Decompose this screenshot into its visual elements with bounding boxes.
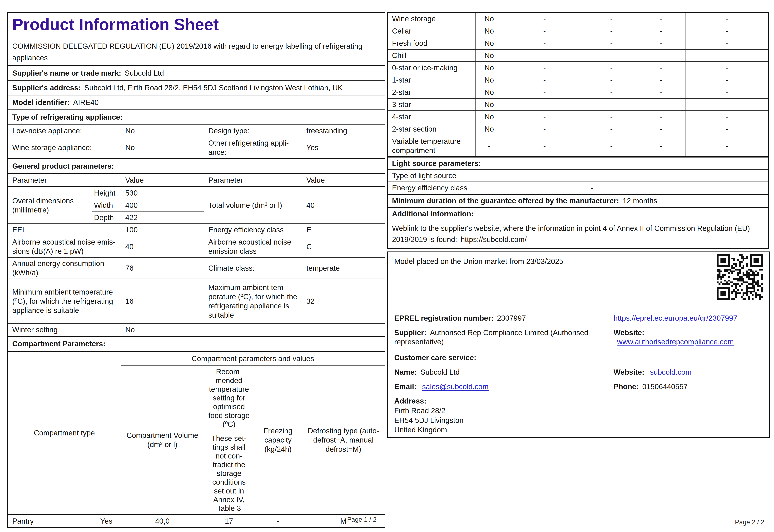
supplier-name-row: Supplier's name or trade mark:Subcold Lt… bbox=[8, 65, 385, 80]
design-type-value: freestanding bbox=[302, 125, 385, 137]
col-header-value-1: Value bbox=[121, 174, 204, 187]
energy-class-value: E bbox=[302, 224, 385, 236]
compartment-row-cell: - bbox=[685, 111, 769, 123]
col-header-parameter-2: Parameter bbox=[204, 174, 302, 187]
table-row: Cellar No - - - - bbox=[387, 25, 769, 37]
website2-label: Website: bbox=[614, 368, 644, 376]
col-header-value-2: Value bbox=[302, 174, 385, 187]
compartment-row-cell: - bbox=[503, 74, 586, 86]
care-name-value: Subcold Ltd bbox=[421, 368, 460, 376]
compartment-row-cell: - bbox=[586, 25, 637, 37]
page-2-lower: Model placed on the Union market from 23… bbox=[387, 251, 770, 438]
type-section-header: Type of refrigerating appliance: bbox=[8, 110, 385, 125]
table-row: 2-star No - - - - bbox=[387, 86, 769, 99]
dimension-width-label: Width bbox=[92, 199, 121, 212]
email-label: Email: bbox=[394, 382, 417, 391]
col-header-parameter-1: Parameter bbox=[8, 174, 121, 187]
supplier-address-value: Subcold Ltd, Firth Road 28/2, EH54 5DJ S… bbox=[84, 84, 343, 92]
phone-value: 01506440557 bbox=[642, 382, 688, 391]
email-row: Email: sales@subcold.com bbox=[394, 382, 614, 391]
compartment-row-label: 2-star section bbox=[387, 123, 475, 135]
compartment-row-cell: - bbox=[503, 86, 586, 99]
light-source-section-header: Light source parameters: bbox=[387, 157, 769, 170]
page-title: Product Information Sheet bbox=[12, 15, 380, 34]
table-row: 2-star section No - - - - bbox=[387, 123, 769, 135]
website1-label: Website: bbox=[614, 328, 644, 337]
compartment-section-header: Compartment Parameters: bbox=[8, 336, 385, 351]
website2-link[interactable]: subcold.com bbox=[650, 368, 692, 376]
table-row: Chill No - - - - bbox=[387, 49, 769, 62]
table-row: Variable temperature compartment - - - -… bbox=[387, 135, 769, 157]
weblink-text: Weblink to the supplier's website, where… bbox=[392, 224, 750, 244]
compartment-row-cell: - bbox=[586, 74, 637, 86]
compartment-row-cell: - bbox=[685, 86, 769, 99]
model-identifier-row: Model identifier:AIRE40 bbox=[8, 95, 385, 110]
compartment-row-cell: - bbox=[637, 49, 685, 62]
compartment-row-label: 4-star bbox=[387, 111, 475, 123]
other-appliance-label: Other refrigerating appli­ance: bbox=[204, 137, 302, 159]
compartment-row-label: Chill bbox=[387, 49, 475, 62]
model-identifier-label: Model identifier: bbox=[12, 98, 69, 107]
phone-label: Phone: bbox=[614, 382, 639, 391]
noise-label: Airborne acoustical noise emis­sions (dB… bbox=[8, 236, 121, 257]
winter-setting-empty-cell bbox=[204, 324, 385, 336]
supplier-address-label: Supplier's address: bbox=[12, 84, 81, 92]
winter-setting-label: Winter setting bbox=[8, 324, 121, 336]
compartment-row-cell: - bbox=[503, 25, 586, 37]
phone-row: Phone:01506440557 bbox=[614, 382, 759, 391]
table-row: Wine storage No - - - - bbox=[387, 13, 769, 25]
care-name-label: Name: bbox=[394, 368, 417, 376]
freezing-capacity-header: Freezing capacity (kg/24h) bbox=[254, 366, 302, 515]
compartment-row-label: 0-star or ice-making bbox=[387, 62, 475, 74]
table-row: 1-star No - - - - bbox=[387, 74, 769, 86]
customer-care-header: Customer care service: bbox=[394, 353, 476, 362]
qr-code-icon bbox=[717, 254, 763, 300]
website1-link[interactable]: www.authorisedrepcompliance.com bbox=[617, 338, 734, 346]
annual-energy-label: Annual energy consumption (kWh/a) bbox=[8, 257, 121, 279]
compartment-type-header: Compartment type bbox=[8, 351, 121, 515]
compartment-row-cell: - bbox=[637, 13, 685, 25]
compartment-row-cell: - bbox=[685, 123, 769, 135]
compartment-row-cell: No bbox=[475, 25, 503, 37]
noise-class-label: Airborne acoustical noise emission class bbox=[204, 236, 302, 257]
compartment-row-cell: - bbox=[586, 62, 637, 74]
eprel-row: EPREL registration number:2307997 bbox=[394, 314, 614, 323]
eei-label: EEI bbox=[8, 224, 121, 236]
total-volume-value: 40 bbox=[302, 187, 385, 224]
compartment-row-cell: - bbox=[637, 99, 685, 111]
compartment-row-cell: - bbox=[503, 99, 586, 111]
compartment-row-cell: No bbox=[475, 123, 503, 135]
compartment-temp-header: Recom­mended tempera­ture setting for op… bbox=[204, 366, 254, 515]
dimensions-label: Overal dimensions (millimetre) bbox=[8, 187, 92, 224]
market-placed-text: Model placed on the Union market from 23… bbox=[394, 257, 563, 266]
light-class-label: Energy efficiency class bbox=[387, 182, 586, 194]
compartment-row-cell: - bbox=[637, 135, 685, 157]
compartment-row-cell: No bbox=[475, 49, 503, 62]
dimension-depth-value: 422 bbox=[121, 212, 204, 224]
compartment-row-cell: - bbox=[586, 13, 637, 25]
compartment-row-cell: - bbox=[586, 37, 637, 49]
eprel-link[interactable]: https://eprel.ec.europa.eu/qr/2307997 bbox=[614, 314, 737, 322]
table-row: 4-star No - - - - bbox=[387, 111, 769, 123]
compartment-row-cell: - bbox=[685, 74, 769, 86]
supplier-label: Supplier: bbox=[394, 328, 426, 337]
winter-setting-value: No bbox=[121, 324, 204, 336]
page1-table: Product Information Sheet COMMISSION DEL… bbox=[7, 12, 385, 528]
min-ambient-value: 16 bbox=[121, 279, 204, 324]
low-noise-value: No bbox=[121, 125, 204, 137]
guarantee-label: Minimum duration of the guarantee offere… bbox=[392, 197, 619, 205]
email-link[interactable]: sales@subcold.com bbox=[422, 382, 489, 391]
eei-value: 100 bbox=[121, 224, 204, 236]
max-ambient-value: 32 bbox=[302, 279, 385, 324]
climate-class-label: Climate class: bbox=[204, 257, 302, 279]
light-type-value: - bbox=[586, 170, 769, 182]
compartment-row-cell: - bbox=[503, 62, 586, 74]
general-section-header: General product parameters: bbox=[8, 159, 385, 174]
table-row: 0-star or ice-making No - - - - bbox=[387, 62, 769, 74]
compartment-row-cell: No bbox=[475, 62, 503, 74]
guarantee-row: Minimum duration of the guarantee offere… bbox=[387, 194, 769, 207]
other-appliance-value: Yes bbox=[302, 137, 385, 159]
guarantee-value: 12 months bbox=[623, 197, 657, 205]
compartment-row-cell: No bbox=[475, 111, 503, 123]
dimension-height-value: 530 bbox=[121, 187, 204, 199]
